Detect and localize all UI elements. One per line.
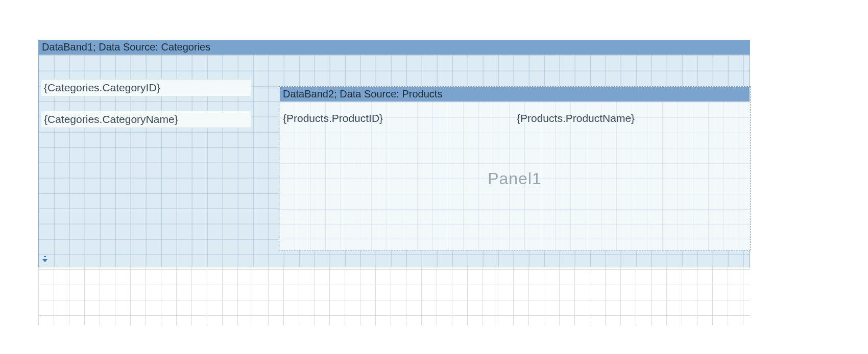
panel1-watermark-text: Panel1: [488, 169, 542, 188]
svg-rect-0: [44, 256, 46, 257]
databand1[interactable]: DataBand1; Data Source: Categories {Cate…: [38, 40, 750, 267]
design-canvas[interactable]: DataBand1; Data Source: Categories {Cate…: [38, 40, 750, 325]
field-category-name[interactable]: {Categories.CategoryName}: [41, 111, 251, 128]
panel1[interactable]: DataBand2; Data Source: Products {Produc…: [279, 86, 751, 250]
band-resize-handle-icon[interactable]: [41, 256, 49, 264]
databand2-header[interactable]: DataBand2; Data Source: Products: [280, 87, 750, 102]
field-category-id[interactable]: {Categories.CategoryID}: [41, 79, 251, 96]
field-product-name[interactable]: {Products.ProductName}: [514, 110, 703, 128]
field-product-id[interactable]: {Products.ProductID}: [280, 110, 469, 128]
databand1-header[interactable]: DataBand1; Data Source: Categories: [39, 40, 750, 55]
